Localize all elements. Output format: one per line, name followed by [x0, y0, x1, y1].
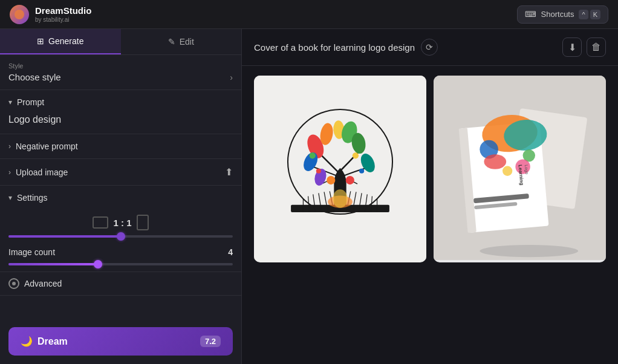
key-caret: ^ — [579, 10, 588, 19]
svg-point-25 — [327, 176, 335, 184]
header: DreamStudio by stability.ai ⌨ Shortcuts … — [0, 0, 618, 29]
count-slider-fill — [8, 263, 98, 265]
prompt-section-title: Prompt — [17, 97, 44, 107]
image-count-value: 4 — [228, 247, 233, 257]
aspect-ratio-track — [8, 235, 233, 238]
image-count-slider[interactable] — [0, 262, 241, 271]
app-subtitle: by stability.ai — [35, 16, 91, 23]
chevron-down-settings-icon: ▾ — [8, 193, 12, 202]
negative-prompt-title: Negative prompt — [16, 141, 78, 151]
content-title: Cover of a book for learning logo design — [254, 42, 415, 53]
image-card-2[interactable]: Learning Logo — [434, 76, 606, 262]
image-count-row: Image count 4 — [0, 242, 241, 262]
aspect-ratio-fill — [8, 235, 121, 238]
negative-prompt-header[interactable]: › Negative prompt — [0, 134, 241, 158]
back-button[interactable]: ⟳ — [421, 39, 438, 56]
prompt-section-header[interactable]: ▾ Prompt — [0, 90, 241, 114]
prompt-section: ▾ Prompt Logo design — [0, 90, 241, 134]
chevron-right-neg-icon: › — [8, 142, 11, 151]
count-slider-thumb[interactable] — [94, 260, 102, 268]
sidebar: ⊞ Generate ✎ Edit Style Choose style › ▾… — [0, 29, 242, 364]
key-k: K — [590, 10, 600, 19]
edit-icon: ✎ — [168, 37, 175, 47]
advanced-icon — [8, 278, 19, 289]
dream-button[interactable]: 🌙 Dream 7.2 — [8, 327, 233, 356]
upload-image-label: Upload image — [16, 167, 68, 177]
shortcuts-button[interactable]: ⌨ Shortcuts ^ K — [517, 5, 608, 24]
svg-point-26 — [346, 176, 354, 184]
upload-image-section[interactable]: › Upload image ⬆ — [0, 159, 241, 186]
svg-point-30 — [316, 169, 321, 174]
circle-dot — [12, 282, 16, 285]
content-title-row: Cover of a book for learning logo design… — [254, 39, 438, 56]
keyboard-icon: ⌨ — [525, 10, 536, 19]
aspect-ratio-wide-icon — [93, 216, 108, 229]
delete-button[interactable]: 🗑 — [587, 37, 606, 57]
image-card-1[interactable] — [254, 76, 426, 262]
svg-point-29 — [359, 169, 364, 174]
upload-left: › Upload image — [8, 167, 68, 177]
upload-icon: ⬆ — [225, 166, 233, 178]
chevron-down-icon: ▾ — [8, 98, 12, 106]
back-icon: ⟳ — [426, 42, 433, 52]
settings-header[interactable]: ▾ Settings — [0, 186, 241, 210]
advanced-header[interactable]: Advanced — [8, 278, 233, 289]
trash-icon: 🗑 — [591, 42, 601, 53]
tab-generate[interactable]: ⊞ Generate — [0, 29, 121, 54]
dream-moon-icon: 🌙 — [21, 336, 33, 347]
chevron-right-upload-icon: › — [8, 168, 11, 177]
logo-text-group: DreamStudio by stability.ai — [35, 5, 91, 23]
svg-point-32 — [333, 189, 347, 208]
dream-left: 🌙 Dream — [21, 336, 68, 347]
svg-point-27 — [353, 152, 359, 158]
app-title: DreamStudio — [35, 5, 91, 16]
settings-section: ▾ Settings 1 : 1 Image count 4 — [0, 186, 241, 272]
style-chooser[interactable]: Choose style › — [8, 72, 233, 82]
tab-generate-label: Generate — [48, 36, 83, 46]
aspect-ratio-slider[interactable] — [0, 233, 241, 242]
svg-point-0 — [15, 10, 24, 19]
shortcuts-keys: ^ K — [579, 10, 600, 19]
svg-point-41 — [484, 154, 506, 169]
main-layout: ⊞ Generate ✎ Edit Style Choose style › ▾… — [0, 29, 618, 364]
dream-label: Dream — [37, 336, 68, 347]
advanced-label: Advanced — [24, 279, 62, 288]
tab-edit[interactable]: ✎ Edit — [121, 29, 242, 54]
logo-area: DreamStudio by stability.ai — [10, 5, 91, 24]
style-section: Style Choose style › — [0, 55, 241, 90]
svg-point-34 — [480, 245, 578, 257]
prompt-content: Logo design — [0, 114, 241, 134]
svg-text:Logo: Logo — [524, 164, 529, 174]
content-area: Cover of a book for learning logo design… — [242, 29, 618, 364]
settings-title: Settings — [17, 193, 48, 203]
advanced-section: Advanced — [0, 272, 241, 296]
shortcuts-label: Shortcuts — [541, 10, 574, 19]
prompt-text: Logo design — [8, 114, 61, 125]
aspect-ratio-value: 1 : 1 — [113, 218, 131, 228]
aspect-ratio-thumb[interactable] — [117, 232, 125, 241]
download-button[interactable]: ⬇ — [562, 37, 582, 57]
svg-point-28 — [310, 152, 316, 158]
svg-point-42 — [503, 166, 512, 176]
image-grid: Learning Logo — [242, 66, 618, 364]
aspect-ratio-row: 1 : 1 — [0, 210, 241, 233]
content-actions: ⬇ 🗑 — [562, 37, 606, 57]
aspect-ratio-tall-icon — [137, 215, 149, 230]
style-label: Style — [8, 62, 233, 70]
negative-prompt-section: › Negative prompt — [0, 134, 241, 159]
sidebar-tabs: ⊞ Generate ✎ Edit — [0, 29, 241, 55]
logo-icon — [10, 5, 29, 24]
download-icon: ⬇ — [568, 42, 576, 53]
tab-edit-label: Edit — [180, 37, 194, 47]
chevron-right-icon: › — [230, 73, 233, 82]
style-value: Choose style — [8, 72, 61, 82]
dream-cost-badge: 7.2 — [200, 336, 221, 347]
content-header: Cover of a book for learning logo design… — [242, 29, 618, 66]
generate-icon: ⊞ — [37, 36, 44, 46]
count-slider-track — [8, 263, 233, 265]
image-count-label: Image count — [8, 247, 55, 257]
